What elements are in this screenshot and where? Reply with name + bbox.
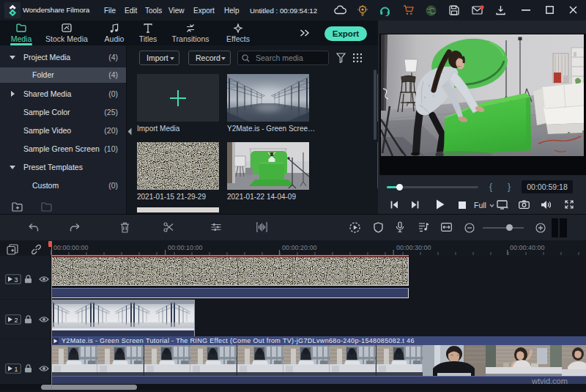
svg-text:3: 3	[15, 276, 18, 284]
svg-text:1: 1	[15, 366, 18, 373]
svg-text:2: 2	[15, 317, 18, 324]
